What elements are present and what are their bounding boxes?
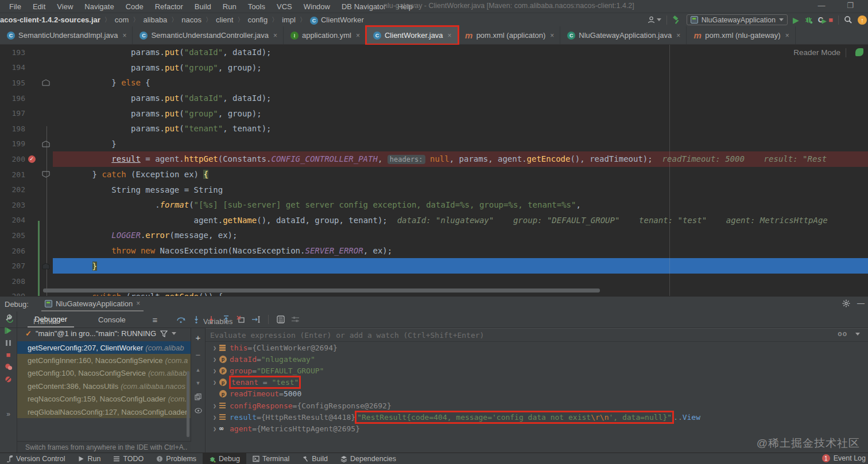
status-item-todo[interactable]: TODO [107, 453, 150, 464]
status-item-dependencies[interactable]: Dependencies [334, 453, 402, 464]
menu-item-view[interactable]: View [51, 2, 79, 11]
expander-icon[interactable]: ❯ [210, 345, 219, 351]
pause-program-icon[interactable] [5, 340, 11, 346]
breakpoint-icon[interactable]: ✓ [28, 155, 36, 163]
run-configuration-select[interactable]: NluGatewayApplication [687, 14, 788, 25]
variable-row[interactable]: ❯this = {ClientWorker@2694} [206, 342, 868, 353]
reader-mode-icon[interactable] [855, 48, 863, 56]
editor-tab-nlugatewayapplication-java[interactable]: CNluGatewayApplication.java× [560, 26, 687, 44]
menu-item-refactor[interactable]: Refactor [149, 2, 189, 11]
status-item-debug[interactable]: Debug [203, 453, 246, 464]
tab-close-icon[interactable]: × [448, 32, 452, 40]
breadcrumb-item[interactable]: impl [282, 15, 296, 24]
move-down-icon[interactable]: ▼ [196, 380, 201, 386]
expander-icon[interactable]: ❯ [210, 379, 219, 385]
run-button[interactable]: ▶ [793, 15, 799, 25]
editor-tab-semanticunderstandimpl-java[interactable]: CSemanticUnderstandImpl.java× [0, 26, 133, 44]
menu-item-tools[interactable]: Tools [242, 2, 271, 11]
variable-row[interactable]: ❯∞agent = {MetricsHttpAgent@2695} [206, 423, 868, 434]
wrench-icon[interactable] [5, 314, 13, 322]
breadcrumb-item[interactable]: CClientWorker [310, 15, 364, 25]
expander-icon[interactable]: ❯ [210, 368, 219, 374]
code-editor[interactable]: 193params.put("dataId", dataId);194param… [0, 45, 868, 296]
variable-row[interactable]: ❯pdataId = "nlugateway" [206, 353, 868, 365]
coverage-button[interactable]: C▶ [818, 15, 823, 24]
settings-gear-icon[interactable] [842, 299, 850, 307]
layout-menu-icon[interactable]: ≡ [148, 313, 162, 326]
variable-row[interactable]: ❯configResponse = {ConfigResponse@2692} [206, 400, 868, 411]
variable-row[interactable]: ❯result = {HttpRestResult@4418} "RestRes… [206, 411, 868, 423]
stack-frame[interactable]: getConfigInner:160, NacosConfigService(c… [17, 354, 191, 366]
status-item-build[interactable]: Build [296, 453, 334, 464]
tab-close-icon[interactable]: × [356, 32, 360, 40]
remove-watch-icon[interactable]: − [196, 350, 201, 360]
tab-close-icon[interactable]: × [122, 32, 126, 40]
watches-glasses-icon[interactable]: oo [838, 330, 847, 338]
expander-icon[interactable]: ❯ [210, 356, 219, 362]
menu-item-build[interactable]: Build [189, 2, 217, 11]
breadcrumb-item[interactable]: config [247, 15, 268, 24]
run-to-cursor-icon[interactable] [249, 313, 264, 326]
thread-selector[interactable]: ✓ "main"@1 in gro..."main": RUNNING [17, 328, 191, 341]
tab-close-icon[interactable]: × [676, 32, 680, 40]
evaluate-expression-icon[interactable] [273, 313, 288, 326]
editor-tab-clientworker-java[interactable]: CClientWorker.java× [366, 26, 458, 44]
tab-close-icon[interactable]: × [550, 32, 554, 40]
hide-panel-icon[interactable]: — [857, 299, 865, 307]
event-log-widget[interactable]: 1 Event Log [822, 453, 868, 464]
breadcrumb-item[interactable]: acos-client-1.4.2-sources.jar [0, 15, 100, 24]
menu-item-file[interactable]: File [3, 2, 27, 11]
tab-close-icon[interactable]: × [785, 32, 789, 40]
user-icon[interactable] [647, 15, 661, 24]
stop-button[interactable]: ■ [828, 15, 833, 24]
status-item-terminal[interactable]: Terminal [246, 453, 296, 464]
fold-marker-icon[interactable] [42, 263, 50, 270]
status-item-run[interactable]: Run [71, 453, 107, 464]
stack-frame[interactable]: reqNacosConfig:159, NacosConfigLoader(co… [17, 393, 191, 405]
tab-close-icon[interactable]: × [273, 32, 277, 40]
stop-process-icon[interactable]: ■ [6, 352, 11, 358]
breadcrumb-item[interactable]: alibaba [143, 15, 167, 24]
more-icons-chevron[interactable]: » [6, 410, 10, 418]
status-item-version-control[interactable]: Version Control [0, 453, 71, 464]
evaluate-caret[interactable] [855, 333, 860, 336]
fold-marker-icon[interactable] [42, 171, 50, 178]
editor-tab-pom-xml-applicaton-[interactable]: mpom.xml (applicaton)× [458, 26, 561, 44]
mute-breakpoints-icon[interactable] [5, 376, 12, 383]
variable-row[interactable]: ❯pgroup = "DEFAULT_GROUP" [206, 365, 868, 376]
menu-item-edit[interactable]: Edit [27, 2, 51, 11]
menu-item-code[interactable]: Code [120, 2, 149, 11]
reader-mode-label[interactable]: Reader Mode [793, 48, 840, 57]
editor-horizontal-scrollbar[interactable] [43, 288, 600, 293]
debug-session-tab[interactable]: NluGatewayApplication × [41, 297, 144, 311]
session-close-icon[interactable]: × [136, 299, 140, 307]
breadcrumb-item[interactable]: nacos [181, 15, 202, 24]
breadcrumb-item[interactable]: client [216, 15, 233, 24]
status-item-problems[interactable]: Problems [150, 453, 203, 464]
evaluate-expression-input[interactable]: Evaluate expression (Enter) or add a wat… [206, 328, 868, 342]
menu-item-navigate[interactable]: Navigate [79, 2, 119, 11]
stack-frame[interactable]: getConfig:100, NacosConfigService(com.al… [17, 367, 191, 380]
stack-frame[interactable]: reqGlobalNacosConfig:127, NacosConfigLoa… [17, 405, 191, 418]
build-hammer-icon[interactable] [672, 15, 681, 25]
menu-item-run[interactable]: Run [217, 2, 242, 11]
minimize-button[interactable]: — [815, 1, 828, 10]
update-notification-icon[interactable]: ↑ [858, 15, 867, 25]
move-up-icon[interactable]: ▲ [196, 367, 201, 373]
tab-console[interactable]: Console [91, 311, 133, 327]
view-breakpoints-icon[interactable] [5, 363, 13, 371]
menu-item-window[interactable]: Window [298, 2, 336, 11]
editor-tab-semanticunderstandcontroller-java[interactable]: CSemanticUnderstandController.java× [133, 26, 284, 44]
editor-tab-application-yml[interactable]: ≀application.yml× [284, 26, 366, 44]
step-over-icon[interactable] [174, 313, 189, 326]
trace-settings-icon[interactable] [288, 313, 303, 326]
thread-caret[interactable] [172, 332, 176, 335]
expander-icon[interactable]: ❯ [210, 414, 219, 420]
expander-icon[interactable]: ❯ [210, 403, 219, 409]
drop-frame-icon[interactable] [234, 313, 249, 326]
resume-program-icon[interactable] [5, 327, 12, 334]
duplicate-icon[interactable] [195, 393, 202, 400]
frames-vertical-scrollbar[interactable] [187, 371, 189, 437]
stack-frame[interactable]: getContent:386, NacosUtils(com.alibaba.n… [17, 380, 191, 392]
search-everywhere-icon[interactable] [844, 15, 852, 24]
